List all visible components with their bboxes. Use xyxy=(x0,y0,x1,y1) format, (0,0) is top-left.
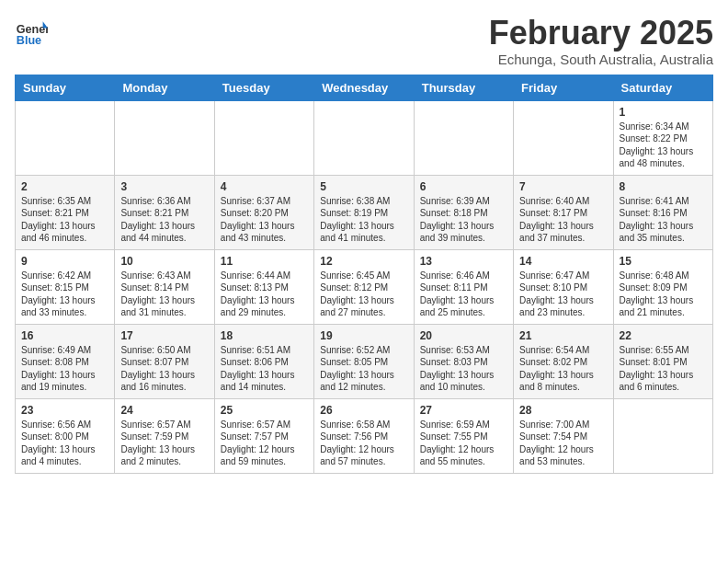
day-number: 5 xyxy=(320,180,407,193)
day-info: Sunrise: 6:55 AM Sunset: 8:01 PM Dayligh… xyxy=(620,344,707,394)
weekday-header-monday: Monday xyxy=(115,75,214,100)
day-number: 17 xyxy=(120,329,208,342)
day-number: 28 xyxy=(519,404,607,417)
day-cell: 11Sunrise: 6:44 AM Sunset: 8:13 PM Dayli… xyxy=(214,249,313,324)
day-number: 10 xyxy=(120,255,208,268)
week-row-2: 2Sunrise: 6:35 AM Sunset: 8:21 PM Daylig… xyxy=(16,175,713,249)
day-info: Sunrise: 6:45 AM Sunset: 8:12 PM Dayligh… xyxy=(320,270,407,319)
day-cell: 6Sunrise: 6:39 AM Sunset: 8:18 PM Daylig… xyxy=(414,175,513,249)
day-number: 26 xyxy=(320,404,407,417)
day-cell: 3Sunrise: 6:36 AM Sunset: 8:21 PM Daylig… xyxy=(115,175,214,249)
weekday-header-tuesday: Tuesday xyxy=(214,75,313,100)
day-cell: 13Sunrise: 6:46 AM Sunset: 8:11 PM Dayli… xyxy=(414,249,513,324)
weekday-header-friday: Friday xyxy=(514,75,613,100)
day-cell xyxy=(314,100,414,175)
day-info: Sunrise: 6:34 AM Sunset: 8:22 PM Dayligh… xyxy=(620,121,707,170)
day-info: Sunrise: 6:46 AM Sunset: 8:11 PM Dayligh… xyxy=(420,270,507,319)
day-cell: 4Sunrise: 6:37 AM Sunset: 8:20 PM Daylig… xyxy=(214,175,313,249)
day-cell: 25Sunrise: 6:57 AM Sunset: 7:57 PM Dayli… xyxy=(214,398,313,473)
location: Echunga, South Australia, Australia xyxy=(489,52,713,67)
day-info: Sunrise: 6:44 AM Sunset: 8:13 PM Dayligh… xyxy=(221,270,308,319)
day-info: Sunrise: 6:56 AM Sunset: 8:00 PM Dayligh… xyxy=(21,419,108,468)
day-cell: 26Sunrise: 6:58 AM Sunset: 7:56 PM Dayli… xyxy=(314,398,414,473)
weekday-header-row: SundayMondayTuesdayWednesdayThursdayFrid… xyxy=(16,75,713,100)
day-info: Sunrise: 6:42 AM Sunset: 8:15 PM Dayligh… xyxy=(21,270,108,319)
day-info: Sunrise: 6:41 AM Sunset: 8:16 PM Dayligh… xyxy=(620,195,707,245)
day-number: 2 xyxy=(21,180,108,193)
week-row-1: 1Sunrise: 6:34 AM Sunset: 8:22 PM Daylig… xyxy=(16,100,713,175)
calendar-header: General Blue February 2025 Echunga, Sout… xyxy=(15,15,713,67)
day-info: Sunrise: 6:54 AM Sunset: 8:02 PM Dayligh… xyxy=(519,344,607,394)
day-number: 25 xyxy=(221,404,308,417)
day-info: Sunrise: 6:59 AM Sunset: 7:55 PM Dayligh… xyxy=(420,419,507,468)
day-info: Sunrise: 7:00 AM Sunset: 7:54 PM Dayligh… xyxy=(519,419,607,468)
day-cell: 8Sunrise: 6:41 AM Sunset: 8:16 PM Daylig… xyxy=(613,175,712,249)
weekday-header-sunday: Sunday xyxy=(16,75,115,100)
day-cell: 12Sunrise: 6:45 AM Sunset: 8:12 PM Dayli… xyxy=(314,249,414,324)
day-info: Sunrise: 6:36 AM Sunset: 8:21 PM Dayligh… xyxy=(120,195,208,245)
day-number: 23 xyxy=(21,404,108,417)
day-cell xyxy=(115,100,214,175)
day-info: Sunrise: 6:37 AM Sunset: 8:20 PM Dayligh… xyxy=(221,195,308,245)
day-info: Sunrise: 6:53 AM Sunset: 8:03 PM Dayligh… xyxy=(420,344,507,394)
day-cell: 18Sunrise: 6:51 AM Sunset: 8:06 PM Dayli… xyxy=(214,324,313,398)
day-cell: 15Sunrise: 6:48 AM Sunset: 8:09 PM Dayli… xyxy=(613,249,712,324)
day-info: Sunrise: 6:49 AM Sunset: 8:08 PM Dayligh… xyxy=(21,344,108,394)
day-cell: 10Sunrise: 6:43 AM Sunset: 8:14 PM Dayli… xyxy=(115,249,214,324)
day-number: 4 xyxy=(221,180,308,193)
day-number: 12 xyxy=(320,255,407,268)
day-info: Sunrise: 6:35 AM Sunset: 8:21 PM Dayligh… xyxy=(21,195,108,245)
day-cell: 23Sunrise: 6:56 AM Sunset: 8:00 PM Dayli… xyxy=(16,398,115,473)
day-number: 14 xyxy=(519,255,607,268)
day-number: 18 xyxy=(221,329,308,342)
day-info: Sunrise: 6:50 AM Sunset: 8:07 PM Dayligh… xyxy=(120,344,208,394)
calendar-table: SundayMondayTuesdayWednesdayThursdayFrid… xyxy=(15,75,713,474)
day-number: 9 xyxy=(21,255,108,268)
day-info: Sunrise: 6:38 AM Sunset: 8:19 PM Dayligh… xyxy=(320,195,407,245)
day-cell: 5Sunrise: 6:38 AM Sunset: 8:19 PM Daylig… xyxy=(314,175,414,249)
day-number: 11 xyxy=(221,255,308,268)
day-cell: 19Sunrise: 6:52 AM Sunset: 8:05 PM Dayli… xyxy=(314,324,414,398)
day-number: 15 xyxy=(620,255,707,268)
week-row-5: 23Sunrise: 6:56 AM Sunset: 8:00 PM Dayli… xyxy=(16,398,713,473)
day-number: 8 xyxy=(620,180,707,193)
day-cell xyxy=(414,100,513,175)
day-cell: 28Sunrise: 7:00 AM Sunset: 7:54 PM Dayli… xyxy=(514,398,613,473)
day-info: Sunrise: 6:52 AM Sunset: 8:05 PM Dayligh… xyxy=(320,344,407,394)
day-number: 13 xyxy=(420,255,507,268)
day-number: 22 xyxy=(620,329,707,342)
day-cell xyxy=(214,100,313,175)
day-info: Sunrise: 6:43 AM Sunset: 8:14 PM Dayligh… xyxy=(120,270,208,319)
logo: General Blue xyxy=(15,15,51,48)
day-number: 21 xyxy=(519,329,607,342)
week-row-3: 9Sunrise: 6:42 AM Sunset: 8:15 PM Daylig… xyxy=(16,249,713,324)
day-cell: 17Sunrise: 6:50 AM Sunset: 8:07 PM Dayli… xyxy=(115,324,214,398)
day-number: 1 xyxy=(620,106,707,119)
month-year: February 2025 xyxy=(489,15,713,52)
day-info: Sunrise: 6:51 AM Sunset: 8:06 PM Dayligh… xyxy=(221,344,308,394)
day-info: Sunrise: 6:57 AM Sunset: 7:59 PM Dayligh… xyxy=(120,419,208,468)
day-cell xyxy=(514,100,613,175)
day-number: 27 xyxy=(420,404,507,417)
weekday-header-saturday: Saturday xyxy=(613,75,712,100)
day-cell: 21Sunrise: 6:54 AM Sunset: 8:02 PM Dayli… xyxy=(514,324,613,398)
day-info: Sunrise: 6:48 AM Sunset: 8:09 PM Dayligh… xyxy=(620,270,707,319)
day-cell: 22Sunrise: 6:55 AM Sunset: 8:01 PM Dayli… xyxy=(613,324,712,398)
day-cell: 20Sunrise: 6:53 AM Sunset: 8:03 PM Dayli… xyxy=(414,324,513,398)
day-cell: 9Sunrise: 6:42 AM Sunset: 8:15 PM Daylig… xyxy=(16,249,115,324)
weekday-header-thursday: Thursday xyxy=(414,75,513,100)
day-cell xyxy=(613,398,712,473)
title-block: February 2025 Echunga, South Australia, … xyxy=(489,15,713,67)
week-row-4: 16Sunrise: 6:49 AM Sunset: 8:08 PM Dayli… xyxy=(16,324,713,398)
day-number: 24 xyxy=(120,404,208,417)
day-cell: 2Sunrise: 6:35 AM Sunset: 8:21 PM Daylig… xyxy=(16,175,115,249)
day-info: Sunrise: 6:40 AM Sunset: 8:17 PM Dayligh… xyxy=(519,195,607,245)
day-cell: 24Sunrise: 6:57 AM Sunset: 7:59 PM Dayli… xyxy=(115,398,214,473)
day-info: Sunrise: 6:39 AM Sunset: 8:18 PM Dayligh… xyxy=(420,195,507,245)
day-info: Sunrise: 6:47 AM Sunset: 8:10 PM Dayligh… xyxy=(519,270,607,319)
day-cell xyxy=(16,100,115,175)
day-cell: 7Sunrise: 6:40 AM Sunset: 8:17 PM Daylig… xyxy=(514,175,613,249)
day-number: 7 xyxy=(519,180,607,193)
day-cell: 27Sunrise: 6:59 AM Sunset: 7:55 PM Dayli… xyxy=(414,398,513,473)
weekday-header-wednesday: Wednesday xyxy=(314,75,414,100)
